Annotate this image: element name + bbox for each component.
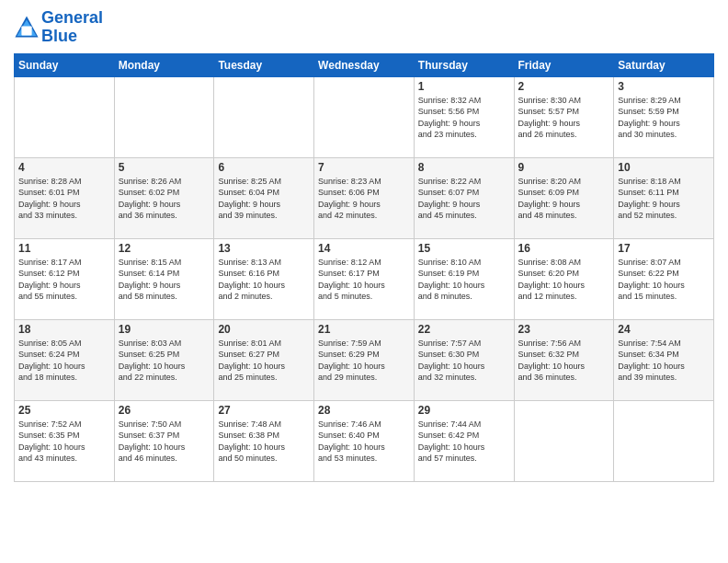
calendar-cell: 26Sunrise: 7:50 AM Sunset: 6:37 PM Dayli… <box>114 400 214 481</box>
day-info: Sunrise: 8:05 AM Sunset: 6:24 PM Dayligh… <box>18 338 110 384</box>
calendar-cell: 15Sunrise: 8:10 AM Sunset: 6:19 PM Dayli… <box>414 238 514 319</box>
day-info: Sunrise: 8:26 AM Sunset: 6:02 PM Dayligh… <box>119 176 210 222</box>
calendar-week-1: 1Sunrise: 8:32 AM Sunset: 5:56 PM Daylig… <box>15 76 714 157</box>
day-info: Sunrise: 7:56 AM Sunset: 6:32 PM Dayligh… <box>518 338 610 384</box>
calendar-cell: 27Sunrise: 7:48 AM Sunset: 6:38 PM Dayli… <box>214 400 314 481</box>
day-number: 27 <box>218 404 310 417</box>
day-info: Sunrise: 7:48 AM Sunset: 6:38 PM Dayligh… <box>218 419 310 465</box>
day-number: 3 <box>618 80 710 93</box>
day-info: Sunrise: 8:22 AM Sunset: 6:07 PM Dayligh… <box>418 176 510 222</box>
day-number: 25 <box>18 404 110 417</box>
day-number: 21 <box>318 323 410 336</box>
day-header-thursday: Thursday <box>414 53 514 76</box>
calendar-cell: 23Sunrise: 7:56 AM Sunset: 6:32 PM Dayli… <box>514 319 614 400</box>
day-info: Sunrise: 8:08 AM Sunset: 6:20 PM Dayligh… <box>518 257 610 303</box>
page-container: General Blue SundayMondayTuesdayWednesda… <box>0 0 728 487</box>
day-number: 1 <box>418 80 510 93</box>
day-number: 4 <box>18 161 110 174</box>
calendar-week-5: 25Sunrise: 7:52 AM Sunset: 6:35 PM Dayli… <box>15 400 714 481</box>
calendar-cell: 1Sunrise: 8:32 AM Sunset: 5:56 PM Daylig… <box>414 76 514 157</box>
calendar-cell: 12Sunrise: 8:15 AM Sunset: 6:14 PM Dayli… <box>114 238 214 319</box>
day-number: 14 <box>318 242 410 255</box>
calendar-cell: 8Sunrise: 8:22 AM Sunset: 6:07 PM Daylig… <box>414 157 514 238</box>
day-number: 7 <box>318 161 410 174</box>
day-info: Sunrise: 8:25 AM Sunset: 6:04 PM Dayligh… <box>218 176 310 222</box>
day-number: 26 <box>119 404 210 417</box>
calendar-week-3: 11Sunrise: 8:17 AM Sunset: 6:12 PM Dayli… <box>15 238 714 319</box>
day-info: Sunrise: 8:13 AM Sunset: 6:16 PM Dayligh… <box>218 257 310 303</box>
calendar-cell: 5Sunrise: 8:26 AM Sunset: 6:02 PM Daylig… <box>114 157 214 238</box>
day-info: Sunrise: 8:10 AM Sunset: 6:19 PM Dayligh… <box>418 257 510 303</box>
day-number: 10 <box>618 161 710 174</box>
day-info: Sunrise: 8:17 AM Sunset: 6:12 PM Dayligh… <box>18 257 110 303</box>
calendar-week-2: 4Sunrise: 8:28 AM Sunset: 6:01 PM Daylig… <box>15 157 714 238</box>
day-info: Sunrise: 7:59 AM Sunset: 6:29 PM Dayligh… <box>318 338 410 384</box>
calendar-cell: 3Sunrise: 8:29 AM Sunset: 5:59 PM Daylig… <box>614 76 714 157</box>
day-info: Sunrise: 7:54 AM Sunset: 6:34 PM Dayligh… <box>618 338 710 384</box>
day-header-saturday: Saturday <box>614 53 714 76</box>
day-info: Sunrise: 8:30 AM Sunset: 5:57 PM Dayligh… <box>518 95 610 141</box>
day-number: 11 <box>18 242 110 255</box>
day-number: 23 <box>518 323 610 336</box>
calendar-cell: 18Sunrise: 8:05 AM Sunset: 6:24 PM Dayli… <box>15 319 115 400</box>
logo-icon <box>14 15 40 40</box>
day-info: Sunrise: 7:57 AM Sunset: 6:30 PM Dayligh… <box>418 338 510 384</box>
day-info: Sunrise: 8:23 AM Sunset: 6:06 PM Dayligh… <box>318 176 410 222</box>
calendar-cell: 20Sunrise: 8:01 AM Sunset: 6:27 PM Dayli… <box>214 319 314 400</box>
calendar-cell <box>614 400 714 481</box>
day-info: Sunrise: 8:28 AM Sunset: 6:01 PM Dayligh… <box>18 176 110 222</box>
day-number: 24 <box>618 323 710 336</box>
logo: General Blue <box>14 9 103 46</box>
calendar-cell: 9Sunrise: 8:20 AM Sunset: 6:09 PM Daylig… <box>514 157 614 238</box>
day-number: 9 <box>518 161 610 174</box>
calendar-cell <box>15 76 115 157</box>
calendar-cell: 10Sunrise: 8:18 AM Sunset: 6:11 PM Dayli… <box>614 157 714 238</box>
calendar-cell: 21Sunrise: 7:59 AM Sunset: 6:29 PM Dayli… <box>314 319 415 400</box>
day-number: 12 <box>119 242 210 255</box>
day-number: 28 <box>318 404 410 417</box>
calendar-cell: 4Sunrise: 8:28 AM Sunset: 6:01 PM Daylig… <box>15 157 115 238</box>
day-number: 22 <box>418 323 510 336</box>
day-number: 20 <box>218 323 310 336</box>
calendar-cell: 25Sunrise: 7:52 AM Sunset: 6:35 PM Dayli… <box>15 400 115 481</box>
calendar-cell: 13Sunrise: 8:13 AM Sunset: 6:16 PM Dayli… <box>214 238 314 319</box>
calendar-cell: 17Sunrise: 8:07 AM Sunset: 6:22 PM Dayli… <box>614 238 714 319</box>
calendar-cell: 14Sunrise: 8:12 AM Sunset: 6:17 PM Dayli… <box>314 238 415 319</box>
calendar-cell: 2Sunrise: 8:30 AM Sunset: 5:57 PM Daylig… <box>514 76 614 157</box>
day-number: 29 <box>418 404 510 417</box>
day-info: Sunrise: 8:12 AM Sunset: 6:17 PM Dayligh… <box>318 257 410 303</box>
day-number: 19 <box>119 323 210 336</box>
calendar-cell <box>314 76 415 157</box>
day-header-friday: Friday <box>514 53 614 76</box>
logo-text: General Blue <box>41 9 103 46</box>
calendar-cell: 16Sunrise: 8:08 AM Sunset: 6:20 PM Dayli… <box>514 238 614 319</box>
day-info: Sunrise: 7:46 AM Sunset: 6:40 PM Dayligh… <box>318 419 410 465</box>
day-info: Sunrise: 8:18 AM Sunset: 6:11 PM Dayligh… <box>618 176 710 222</box>
calendar-cell: 28Sunrise: 7:46 AM Sunset: 6:40 PM Dayli… <box>314 400 415 481</box>
calendar-cell <box>514 400 614 481</box>
calendar-cell: 6Sunrise: 8:25 AM Sunset: 6:04 PM Daylig… <box>214 157 314 238</box>
calendar-week-4: 18Sunrise: 8:05 AM Sunset: 6:24 PM Dayli… <box>15 319 714 400</box>
day-info: Sunrise: 8:29 AM Sunset: 5:59 PM Dayligh… <box>618 95 710 141</box>
header: General Blue <box>14 9 714 46</box>
day-header-monday: Monday <box>114 53 214 76</box>
day-number: 6 <box>218 161 310 174</box>
day-number: 16 <box>518 242 610 255</box>
calendar-cell: 29Sunrise: 7:44 AM Sunset: 6:42 PM Dayli… <box>414 400 514 481</box>
day-header-sunday: Sunday <box>15 53 115 76</box>
day-number: 2 <box>518 80 610 93</box>
day-header-tuesday: Tuesday <box>214 53 314 76</box>
calendar-cell: 24Sunrise: 7:54 AM Sunset: 6:34 PM Dayli… <box>614 319 714 400</box>
day-number: 5 <box>119 161 210 174</box>
day-number: 18 <box>18 323 110 336</box>
day-info: Sunrise: 8:03 AM Sunset: 6:25 PM Dayligh… <box>119 338 210 384</box>
day-header-wednesday: Wednesday <box>314 53 415 76</box>
day-info: Sunrise: 8:07 AM Sunset: 6:22 PM Dayligh… <box>618 257 710 303</box>
day-info: Sunrise: 8:15 AM Sunset: 6:14 PM Dayligh… <box>119 257 210 303</box>
day-number: 17 <box>618 242 710 255</box>
header-row: SundayMondayTuesdayWednesdayThursdayFrid… <box>15 53 714 76</box>
day-info: Sunrise: 7:50 AM Sunset: 6:37 PM Dayligh… <box>119 419 210 465</box>
calendar-table: SundayMondayTuesdayWednesdayThursdayFrid… <box>14 53 714 482</box>
calendar-cell: 19Sunrise: 8:03 AM Sunset: 6:25 PM Dayli… <box>114 319 214 400</box>
day-number: 13 <box>218 242 310 255</box>
